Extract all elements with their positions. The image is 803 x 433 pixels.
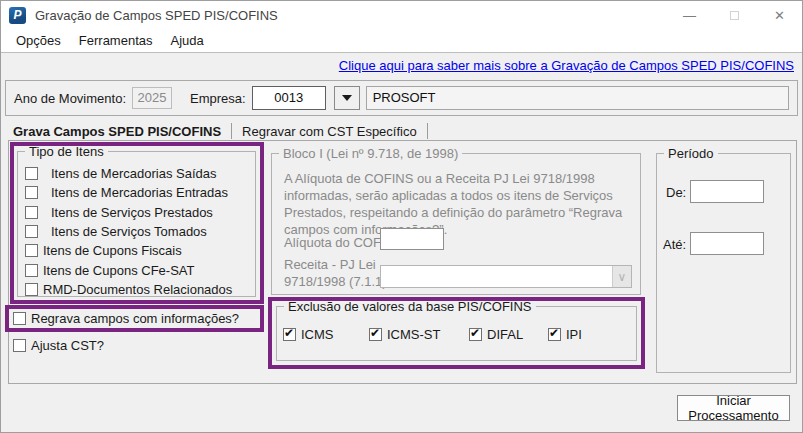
checkbox-icon[interactable] <box>25 244 38 257</box>
checkbox-icon[interactable] <box>13 312 26 325</box>
receita-pj-combobox: ∨ <box>380 265 632 288</box>
checkbox-icon[interactable] <box>369 328 382 341</box>
menu-ajuda[interactable]: Ajuda <box>162 29 213 52</box>
periodo-title: Período <box>664 146 718 161</box>
tipo-de-itens-group: Tipo de Itens Itens de Mercadorias Saída… <box>17 151 256 297</box>
checkbox-icon[interactable] <box>469 328 482 341</box>
bloco-i-group: Bloco I (Lei nº 9.718, de 1998) A Alíquo… <box>271 153 641 295</box>
checkbox-itens-servicos-tomados[interactable]: Itens de Serviços Tomados <box>25 222 232 241</box>
checkbox-label: Itens de Serviços Tomados <box>51 224 207 239</box>
tab-grava-campos[interactable]: Grava Campos SPED PIS/COFINS <box>9 124 231 139</box>
receita-pj-label-line1: Receita - PJ Lei <box>284 257 387 274</box>
checkbox-icon[interactable] <box>283 328 296 341</box>
bloco-i-title: Bloco I (Lei nº 9.718, de 1998) <box>279 146 462 161</box>
combo-chevron-icon: ∨ <box>612 266 631 287</box>
ano-movimento-label: Ano de Movimento: <box>14 91 126 106</box>
checkbox-label: Itens de Mercadorias Entradas <box>51 185 228 200</box>
aliquota-cofins-input[interactable] <box>380 228 444 250</box>
periodo-de-label: De: <box>666 185 686 200</box>
checkbox-label: Ajusta CST? <box>31 338 104 353</box>
receita-pj-value <box>381 266 612 287</box>
empresa-code-field[interactable]: 0013 <box>252 86 326 110</box>
tipo-de-itens-list: Itens de Mercadorias Saídas Itens de Mer… <box>25 164 232 299</box>
window-controls: — ✕ <box>667 1 802 29</box>
tab-strip: Grava Campos SPED PIS/COFINS Regravar co… <box>9 122 428 140</box>
checkbox-icon[interactable] <box>13 339 26 352</box>
checkbox-label: ICMS <box>301 327 334 342</box>
checkbox-label: ICMS-ST <box>387 327 440 342</box>
checkbox-difal[interactable]: DIFAL <box>469 327 523 342</box>
checkbox-ajusta-cst[interactable]: Ajusta CST? <box>13 338 104 353</box>
help-link[interactable]: Clique aqui para saber mais sobre a Grav… <box>339 58 794 73</box>
checkbox-icon[interactable] <box>25 186 38 199</box>
periodo-ate-label: Até: <box>663 237 686 252</box>
dropdown-arrow-icon <box>342 95 352 101</box>
checkbox-icms-st[interactable]: ICMS-ST <box>369 327 440 342</box>
checkbox-icon[interactable] <box>25 283 38 296</box>
checkbox-label: Itens de Serviços Prestados <box>51 205 213 220</box>
checkbox-label: Itens de Cupons Fiscais <box>43 243 182 258</box>
window-title: Gravação de Campos SPED PIS/COFINS <box>35 8 278 23</box>
menu-bar: Opções Ferramentas Ajuda <box>1 29 802 53</box>
empresa-label: Empresa: <box>190 91 246 106</box>
iniciar-processamento-button[interactable]: Iniciar Processamento <box>677 395 790 421</box>
menu-ferramentas[interactable]: Ferramentas <box>70 29 162 52</box>
maximize-square-icon <box>730 11 739 20</box>
checkbox-regrava-campos[interactable]: Regrava campos com informações? <box>13 311 239 326</box>
empresa-name-field: PROSOFT <box>366 86 789 110</box>
receita-pj-label-line2: 9718/1998 (7.1.1) <box>284 274 387 291</box>
checkbox-icon[interactable] <box>25 167 38 180</box>
checkbox-itens-cupons-fiscais[interactable]: Itens de Cupons Fiscais <box>25 241 232 260</box>
checkbox-icon[interactable] <box>548 328 561 341</box>
exclusao-group: Exclusão de valores da base PIS/COFINS I… <box>276 306 637 361</box>
periodo-group: Período De: Até: <box>656 153 791 373</box>
menu-opcoes[interactable]: Opções <box>7 29 70 52</box>
close-icon[interactable]: ✕ <box>757 1 802 29</box>
bloco-i-description: A Alíquota de COFINS ou a Receita PJ Lei… <box>284 170 636 239</box>
checkbox-icms[interactable]: ICMS <box>283 327 334 342</box>
checkbox-label: Itens de Mercadorias Saídas <box>51 166 216 181</box>
app-icon: P <box>9 7 26 24</box>
help-link-row: Clique aqui para saber mais sobre a Grav… <box>1 53 802 79</box>
minimize-icon[interactable]: — <box>667 1 712 29</box>
exclusao-title: Exclusão de valores da base PIS/COFINS <box>284 299 536 314</box>
empresa-dropdown-button[interactable] <box>334 86 360 110</box>
checkbox-itens-mercadorias-saidas[interactable]: Itens de Mercadorias Saídas <box>25 164 232 183</box>
maximize-icon <box>712 1 757 29</box>
checkbox-label: Regrava campos com informações? <box>31 311 239 326</box>
ano-movimento-field: 2025 <box>132 87 172 109</box>
checkbox-itens-mercadorias-entradas[interactable]: Itens de Mercadorias Entradas <box>25 183 232 202</box>
title-bar: P Gravação de Campos SPED PIS/COFINS — ✕ <box>1 1 802 29</box>
periodo-ate-input[interactable] <box>690 232 764 255</box>
tipo-de-itens-title: Tipo de Itens <box>25 144 108 159</box>
checkbox-ipi[interactable]: IPI <box>548 327 582 342</box>
checkbox-label: RMD-Documentos Relacionados <box>43 282 232 297</box>
tab-regravar-cst[interactable]: Regravar com CST Específico <box>232 124 427 139</box>
checkbox-label: Itens de Cupons CFe-SAT <box>43 263 195 278</box>
checkbox-icon[interactable] <box>25 206 38 219</box>
checkbox-label: DIFAL <box>487 327 523 342</box>
checkbox-rmd-documentos[interactable]: RMD-Documentos Relacionados <box>25 280 232 299</box>
checkbox-label: IPI <box>566 327 582 342</box>
receita-pj-label: Receita - PJ Lei 9718/1998 (7.1.1) <box>284 257 387 291</box>
checkbox-itens-servicos-prestados[interactable]: Itens de Serviços Prestados <box>25 203 232 222</box>
checkbox-itens-cupons-cfe-sat[interactable]: Itens de Cupons CFe-SAT <box>25 260 232 279</box>
checkbox-icon[interactable] <box>25 225 38 238</box>
checkbox-icon[interactable] <box>25 264 38 277</box>
periodo-de-input[interactable] <box>690 180 764 203</box>
app-window: P Gravação de Campos SPED PIS/COFINS — ✕… <box>0 0 803 433</box>
filter-panel: Ano de Movimento: 2025 Empresa: 0013 PRO… <box>5 80 798 116</box>
tab-separator <box>427 123 428 139</box>
